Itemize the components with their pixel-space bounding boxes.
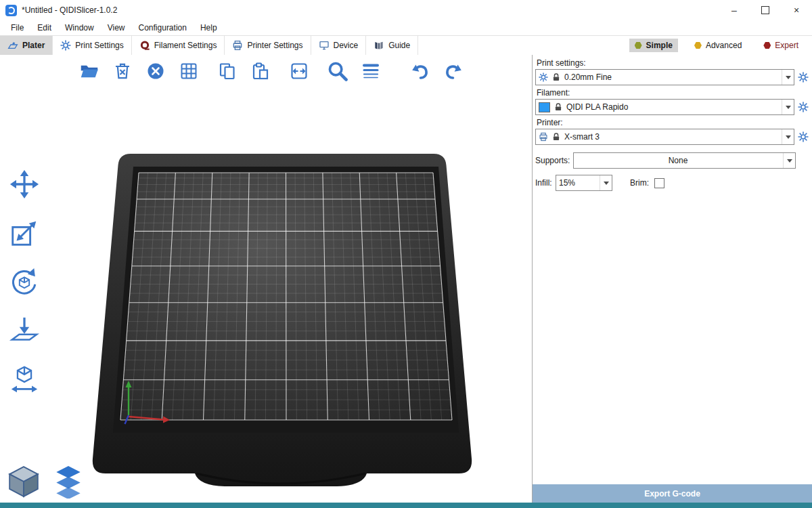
measure-icon <box>9 364 40 395</box>
mode-simple[interactable]: Simple <box>629 39 678 52</box>
redo-icon <box>444 62 463 81</box>
3d-view-cube-icon <box>7 465 41 499</box>
delete-all-button[interactable] <box>142 58 169 85</box>
supports-label: Supports: <box>535 156 573 165</box>
paste-button[interactable] <box>247 58 274 85</box>
menu-window[interactable]: Window <box>58 22 101 34</box>
tab-device[interactable]: Device <box>311 36 367 55</box>
gear-icon <box>539 72 548 82</box>
tab-bar: Plater Print Settings Filament Settings … <box>0 35 812 56</box>
chevron-down-icon <box>600 175 612 190</box>
export-gcode-button[interactable]: Export G-code <box>533 484 812 503</box>
app-logo-icon <box>5 5 17 16</box>
preview-layers-view-button[interactable] <box>50 463 87 500</box>
copy-icon <box>218 62 237 81</box>
window-title: *Untitled - QIDISlicer-1.0.2 <box>22 5 117 15</box>
minimize-button[interactable]: – <box>719 0 750 20</box>
brim-label: Brim: <box>630 178 649 188</box>
mode-expert[interactable]: Expert <box>758 39 804 52</box>
print-settings-combo[interactable]: 0.20mm Fine <box>535 69 794 85</box>
place-on-face-tool-button[interactable] <box>4 313 45 348</box>
tab-printer-settings[interactable]: Printer Settings <box>225 36 311 55</box>
menu-file[interactable]: File <box>4 22 30 34</box>
guide-book-icon <box>374 40 384 51</box>
chevron-down-icon <box>783 153 795 168</box>
menu-configuration[interactable]: Configuration <box>132 22 194 34</box>
brim-checkbox[interactable] <box>654 178 664 188</box>
arrange-grid-icon <box>179 62 198 81</box>
print-settings-edit-button[interactable] <box>796 70 811 85</box>
tab-filament-settings[interactable]: Filament Settings <box>132 36 225 55</box>
gear-icon <box>60 40 71 51</box>
printer-icon <box>539 132 548 142</box>
plater-icon <box>7 40 18 51</box>
copy-button[interactable] <box>214 58 241 85</box>
move-tool-button[interactable] <box>4 167 45 202</box>
print-settings-label: Print settings: <box>537 58 811 68</box>
gear-icon <box>798 72 809 83</box>
search-icon <box>327 60 348 82</box>
filament-color-swatch <box>539 102 550 112</box>
tab-guide[interactable]: Guide <box>366 36 418 55</box>
device-monitor-icon <box>319 40 330 51</box>
filament-edit-button[interactable] <box>796 100 811 114</box>
printer-combo[interactable]: X-smart 3 <box>535 129 794 145</box>
filament-spool-icon <box>139 40 150 51</box>
tab-plater[interactable]: Plater <box>0 36 53 55</box>
menu-bar: File Edit Window View Configuration Help <box>0 20 812 35</box>
chevron-down-icon <box>782 129 794 144</box>
measure-tool-button[interactable] <box>4 362 45 397</box>
undo-button[interactable] <box>407 58 434 85</box>
print-bed-canvas[interactable] <box>0 55 532 503</box>
scale-icon <box>9 217 40 249</box>
filament-label: Filament: <box>537 88 811 98</box>
infill-label: Infill: <box>535 178 556 188</box>
split-objects-button[interactable] <box>286 58 313 85</box>
rotate-icon <box>9 266 40 297</box>
view-switcher <box>5 463 87 500</box>
lock-icon <box>551 132 561 142</box>
lock-icon <box>551 72 561 82</box>
3d-editor-view-button[interactable] <box>5 463 42 500</box>
layers-view-icon <box>51 465 85 499</box>
chevron-down-icon <box>782 70 794 85</box>
3d-viewport[interactable] <box>0 55 533 503</box>
maximize-icon <box>761 6 769 14</box>
delete-button[interactable] <box>109 58 136 85</box>
search-button[interactable] <box>324 58 351 85</box>
qidislicer-window: *Untitled - QIDISlicer-1.0.2 – × File Ed… <box>0 0 812 508</box>
filament-combo[interactable]: QIDI PLA Rapido <box>535 99 794 115</box>
rotate-tool-button[interactable] <box>4 264 45 299</box>
redo-button[interactable] <box>440 58 467 85</box>
advanced-mode-icon <box>694 42 702 49</box>
split-icon <box>290 62 309 81</box>
variable-layer-height-button[interactable] <box>357 58 384 85</box>
delete-all-icon <box>146 62 165 81</box>
move-icon <box>9 169 40 200</box>
printer-label: Printer: <box>537 118 811 127</box>
window-controls: – × <box>719 0 812 20</box>
object-toolbar <box>76 58 467 85</box>
arrange-button[interactable] <box>175 58 202 85</box>
close-button[interactable]: × <box>781 0 812 20</box>
maximize-button[interactable] <box>750 0 781 20</box>
simple-mode-icon <box>635 42 642 49</box>
printer-edit-button[interactable] <box>796 129 811 144</box>
infill-combo[interactable]: 15% <box>556 175 612 191</box>
expert-mode-icon <box>763 42 771 49</box>
title-bar: *Untitled - QIDISlicer-1.0.2 – × <box>0 0 812 20</box>
mode-switcher: Simple Advanced Expert <box>629 36 812 55</box>
tab-print-settings[interactable]: Print Settings <box>53 36 131 55</box>
layer-lines-icon <box>361 62 380 81</box>
scale-tool-button[interactable] <box>4 215 45 251</box>
menu-help[interactable]: Help <box>194 22 224 34</box>
gear-icon <box>798 102 809 112</box>
menu-view[interactable]: View <box>101 22 132 34</box>
gear-icon <box>798 131 809 142</box>
supports-combo[interactable]: None <box>573 152 796 169</box>
mode-advanced[interactable]: Advanced <box>689 39 747 52</box>
place-on-face-icon <box>9 315 40 346</box>
menu-edit[interactable]: Edit <box>30 22 58 34</box>
open-button[interactable] <box>76 58 103 85</box>
paste-icon <box>251 62 270 81</box>
